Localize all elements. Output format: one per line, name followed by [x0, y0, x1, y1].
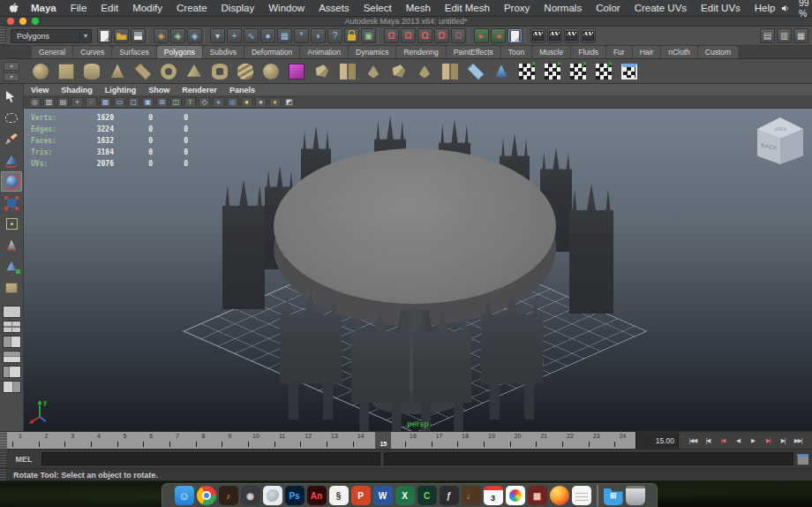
poly-prism-shelf-button[interactable] — [184, 62, 204, 81]
highlight-selection-button[interactable]: ▣ — [361, 28, 376, 43]
poly-sphere-shelf-button[interactable] — [31, 62, 50, 81]
poly-boolean-shelf-button[interactable] — [440, 62, 460, 81]
use-all-lights-icon[interactable]: ● — [241, 97, 252, 108]
persp-outliner-layout-button[interactable] — [3, 336, 21, 348]
shelf-tab[interactable]: Hair — [633, 46, 661, 58]
poly-combine-shelf-button[interactable] — [312, 62, 332, 81]
interactive-split-shelf-button[interactable] — [466, 62, 485, 81]
mask-rendering-button[interactable]: ◗ — [311, 28, 326, 43]
image-plane-icon[interactable]: ▤ — [57, 97, 69, 108]
timeline-frame[interactable]: 3 — [59, 432, 86, 449]
poly-soccer-ball-shelf-button[interactable] — [261, 62, 281, 81]
poly-bevel-shelf-button[interactable] — [415, 62, 434, 81]
timeline-frame[interactable]: 6 — [138, 432, 164, 449]
dock-windows-folder[interactable]: ⊞ — [604, 486, 623, 505]
timeline-frame[interactable]: 7 — [164, 432, 191, 449]
panel-menu-item[interactable]: Renderer — [182, 86, 217, 95]
sculpt-geometry-shelf-button[interactable] — [287, 62, 306, 81]
shelf-tab[interactable]: Animation — [300, 46, 348, 58]
step-back-key-button[interactable]: |◀ — [716, 434, 730, 447]
safe-title-icon[interactable]: T — [184, 97, 196, 108]
dock-finder[interactable]: ☺ — [175, 486, 194, 505]
save-scene-button[interactable] — [131, 28, 146, 43]
menu-set-dropdown[interactable]: Polygons ▾ — [11, 29, 92, 43]
shelf-tab[interactable]: Fur — [606, 46, 632, 58]
mask-surfaces-button[interactable]: ● — [260, 28, 275, 43]
render-current-frame-button[interactable] — [547, 28, 562, 43]
perspective-viewport[interactable]: Verts: 1620 0 0 Edges: 3224 0 0 Faces: 1… — [24, 109, 812, 431]
shelf-tab[interactable]: Deformation — [244, 46, 299, 58]
shelf-tab[interactable]: Rendering — [396, 46, 445, 58]
chair-object[interactable] — [280, 291, 342, 420]
projection-shelf-button[interactable] — [492, 62, 511, 81]
shelf-tab[interactable]: Muscle — [532, 46, 570, 58]
poly-torus-shelf-button[interactable] — [159, 62, 178, 81]
shelf-tab[interactable]: Toon — [501, 46, 531, 58]
panel-menu-item[interactable]: Show — [148, 86, 169, 95]
current-time-field[interactable]: 15.00 — [635, 432, 678, 449]
resolution-gate-icon[interactable]: ◻ — [128, 97, 139, 108]
show-manipulator-tool[interactable] — [1, 256, 22, 276]
poly-extrude-shelf-button[interactable] — [389, 62, 409, 81]
rotate-tool[interactable] — [1, 171, 22, 192]
menu-item[interactable]: Assets — [312, 3, 357, 13]
play-backwards-button[interactable]: ◀ — [731, 434, 745, 447]
script-editor-icon[interactable] — [797, 454, 808, 465]
menu-item[interactable]: Mesh — [399, 3, 438, 13]
timeline-frame[interactable]: 20 — [505, 432, 531, 449]
menu-item[interactable]: Modify — [125, 3, 169, 13]
select-object-mode-button[interactable]: ◈ — [170, 28, 185, 43]
current-frame-marker[interactable]: 15 — [375, 432, 391, 449]
last-tool-poly-cube[interactable] — [1, 277, 22, 298]
timeline-frame[interactable]: 11 — [269, 432, 296, 449]
gate-mask-icon[interactable]: ▣ — [142, 97, 154, 108]
poly-mirror-shelf-button[interactable] — [338, 62, 357, 81]
shadows-icon[interactable]: ● — [255, 97, 267, 108]
four-pane-layout-button[interactable] — [3, 321, 21, 333]
shelf-tab[interactable]: Dynamics — [349, 46, 395, 58]
panel-menu-item[interactable]: Shading — [61, 86, 93, 95]
shelf-tab[interactable]: Fluids — [571, 46, 605, 58]
menu-item-maya[interactable]: Maya — [24, 3, 64, 13]
make-live-button[interactable]: Ω — [451, 28, 466, 43]
uv-editor-shelf-button[interactable] — [620, 62, 639, 81]
timeline-frame[interactable]: 1 — [7, 432, 34, 449]
menu-item[interactable]: Help — [748, 3, 783, 13]
chair-object[interactable] — [569, 181, 613, 314]
mask-dynamics-button[interactable]: * — [294, 28, 309, 43]
camera-bookmark-icon[interactable]: ▥ — [43, 97, 55, 108]
timeline-frame[interactable]: 16 — [400, 432, 426, 449]
selection-mask-dropdown[interactable]: ▾ — [210, 28, 225, 43]
mask-curves-button[interactable]: ∿ — [244, 28, 259, 43]
step-forward-frame-button[interactable]: ▶| — [776, 434, 790, 447]
shelf-tab[interactable]: Custom — [698, 46, 738, 58]
timeline-frame[interactable]: 17 — [426, 432, 453, 449]
ambient-occlusion-icon[interactable]: ● — [269, 97, 281, 108]
grid-toggle-icon[interactable]: ▦ — [100, 97, 111, 108]
dock-camtasia[interactable]: C — [417, 486, 437, 505]
persp-uv-layout-button[interactable] — [3, 381, 21, 393]
lasso-tool[interactable] — [1, 108, 22, 128]
timeslider-grip[interactable] — [0, 432, 7, 449]
go-to-start-button[interactable]: |◀◀ — [686, 434, 700, 447]
snap-to-grid-button[interactable]: Ω — [384, 28, 399, 43]
input-connections-button[interactable]: ▸ — [474, 28, 489, 43]
dock-word[interactable]: W — [373, 486, 393, 505]
timeline-frame[interactable]: 10 — [243, 432, 269, 449]
menu-item[interactable]: Proxy — [497, 3, 537, 13]
apple-menu[interactable] — [9, 3, 19, 14]
render-settings-button[interactable] — [581, 28, 596, 43]
attribute-editor-toggle-button[interactable]: ▤ — [760, 28, 775, 43]
shelf-tab[interactable]: Curves — [73, 46, 111, 58]
dock-firefox[interactable] — [550, 486, 569, 505]
select-tool[interactable] — [1, 87, 22, 107]
timeline-frame[interactable]: 4 — [86, 432, 112, 449]
mel-input[interactable] — [41, 452, 380, 465]
menu-item[interactable]: Edit — [94, 3, 125, 13]
new-scene-button[interactable] — [97, 28, 112, 43]
dock-chrome[interactable] — [197, 486, 216, 505]
render-view-button[interactable] — [530, 28, 545, 43]
safe-action-icon[interactable]: ◫ — [170, 97, 182, 108]
shelf-tab[interactable]: PaintEffects — [447, 46, 500, 58]
wireframe-display-icon[interactable]: ◇ — [199, 97, 210, 108]
